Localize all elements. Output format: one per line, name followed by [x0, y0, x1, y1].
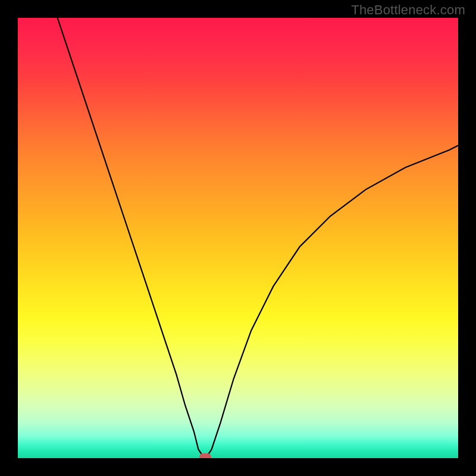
- watermark-text: TheBottleneck.com: [351, 2, 465, 18]
- bottleneck-curve: [58, 18, 458, 457]
- curve-svg: [18, 18, 458, 458]
- figure-frame: TheBottleneck.com: [0, 0, 476, 476]
- optimal-point-marker: [199, 453, 211, 458]
- plot-area: [18, 18, 458, 458]
